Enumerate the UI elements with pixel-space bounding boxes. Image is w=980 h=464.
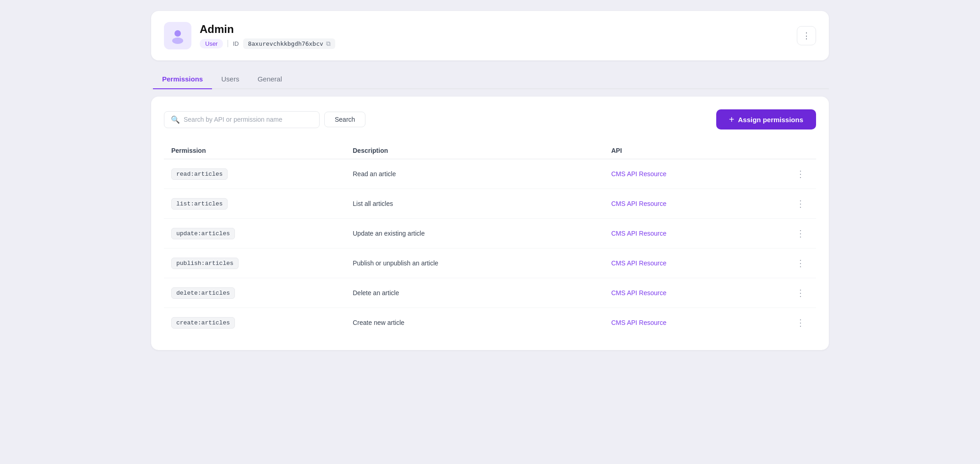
api-cell: CMS API Resource <box>604 189 785 219</box>
row-more-button[interactable]: ⋮ <box>792 167 809 181</box>
tab-users[interactable]: Users <box>212 70 248 89</box>
row-action-cell: ⋮ <box>785 248 816 278</box>
avatar-icon <box>169 27 186 44</box>
id-label: ID <box>233 40 239 47</box>
page-wrapper: Admin User ID 8axurevchkkbgdh76xbcv ⧉ ⋮ … <box>151 11 829 350</box>
permission-badge: publish:articles <box>171 258 239 269</box>
table-header: Permission Description API <box>164 142 816 159</box>
permission-cell: update:articles <box>164 219 345 248</box>
table-body: read:articles Read an article CMS API Re… <box>164 159 816 338</box>
permission-cell: publish:articles <box>164 248 345 278</box>
col-header-description: Description <box>345 142 604 159</box>
description-cell: Read an article <box>345 159 604 189</box>
copy-icon[interactable]: ⧉ <box>326 40 331 48</box>
avatar <box>164 22 191 49</box>
svg-point-0 <box>174 30 181 37</box>
search-left: 🔍 Search <box>164 111 365 128</box>
row-action-cell: ⋮ <box>785 189 816 219</box>
table-row: read:articles Read an article CMS API Re… <box>164 159 816 189</box>
admin-title: Admin <box>200 23 335 36</box>
permission-cell: delete:articles <box>164 278 345 308</box>
permission-cell: create:articles <box>164 308 345 338</box>
header-card: Admin User ID 8axurevchkkbgdh76xbcv ⧉ ⋮ <box>151 11 829 60</box>
col-header-permission: Permission <box>164 142 345 159</box>
assign-button-label: Assign permissions <box>738 116 803 124</box>
search-icon: 🔍 <box>171 115 180 124</box>
tabs-bar: Permissions Users General <box>151 70 829 89</box>
id-value: 8axurevchkkbgdh76xbcv ⧉ <box>243 38 335 49</box>
svg-point-1 <box>172 38 183 44</box>
table-row: create:articles Create new article CMS A… <box>164 308 816 338</box>
row-action-cell: ⋮ <box>785 308 816 338</box>
api-link[interactable]: CMS API Resource <box>611 170 667 178</box>
table-row: delete:articles Delete an article CMS AP… <box>164 278 816 308</box>
permission-badge: create:articles <box>171 317 235 329</box>
api-link[interactable]: CMS API Resource <box>611 319 667 326</box>
row-more-button[interactable]: ⋮ <box>792 226 809 241</box>
id-text: 8axurevchkkbgdh76xbcv <box>248 40 323 47</box>
row-action-cell: ⋮ <box>785 278 816 308</box>
tab-general[interactable]: General <box>248 70 291 89</box>
table-row: update:articles Update an existing artic… <box>164 219 816 248</box>
api-link[interactable]: CMS API Resource <box>611 289 667 297</box>
api-link[interactable]: CMS API Resource <box>611 200 667 207</box>
row-action-cell: ⋮ <box>785 219 816 248</box>
api-link[interactable]: CMS API Resource <box>611 230 667 237</box>
row-action-cell: ⋮ <box>785 159 816 189</box>
description-cell: List all articles <box>345 189 604 219</box>
assign-permissions-button[interactable]: + Assign permissions <box>716 109 816 129</box>
row-more-button[interactable]: ⋮ <box>792 256 809 270</box>
permission-cell: read:articles <box>164 159 345 189</box>
api-cell: CMS API Resource <box>604 278 785 308</box>
col-header-action <box>785 142 816 159</box>
search-button[interactable]: Search <box>324 112 365 127</box>
tab-permissions[interactable]: Permissions <box>153 70 212 89</box>
row-more-button[interactable]: ⋮ <box>792 286 809 300</box>
api-link[interactable]: CMS API Resource <box>611 259 667 267</box>
api-cell: CMS API Resource <box>604 308 785 338</box>
more-options-button[interactable]: ⋮ <box>797 26 816 45</box>
row-more-button[interactable]: ⋮ <box>792 315 809 330</box>
permission-badge: read:articles <box>171 168 228 180</box>
table-row: list:articles List all articles CMS API … <box>164 189 816 219</box>
search-input[interactable] <box>184 116 313 123</box>
permission-badge: update:articles <box>171 228 235 239</box>
api-cell: CMS API Resource <box>604 248 785 278</box>
description-cell: Publish or unpublish an article <box>345 248 604 278</box>
permissions-table: Permission Description API read:articles… <box>164 142 816 337</box>
main-content-card: 🔍 Search + Assign permissions Permission… <box>151 97 829 350</box>
header-left: Admin User ID 8axurevchkkbgdh76xbcv ⧉ <box>164 22 335 49</box>
permission-badge: delete:articles <box>171 287 235 299</box>
search-row: 🔍 Search + Assign permissions <box>164 109 816 129</box>
search-input-wrap: 🔍 <box>164 111 320 128</box>
admin-meta: User ID 8axurevchkkbgdh76xbcv ⧉ <box>200 38 335 49</box>
meta-divider <box>228 40 228 47</box>
row-more-button[interactable]: ⋮ <box>792 196 809 211</box>
permission-badge: list:articles <box>171 198 228 210</box>
api-cell: CMS API Resource <box>604 219 785 248</box>
admin-info: Admin User ID 8axurevchkkbgdh76xbcv ⧉ <box>200 23 335 49</box>
permission-cell: list:articles <box>164 189 345 219</box>
description-cell: Delete an article <box>345 278 604 308</box>
plus-icon: + <box>729 115 735 124</box>
description-cell: Create new article <box>345 308 604 338</box>
col-header-api: API <box>604 142 785 159</box>
table-row: publish:articles Publish or unpublish an… <box>164 248 816 278</box>
api-cell: CMS API Resource <box>604 159 785 189</box>
description-cell: Update an existing article <box>345 219 604 248</box>
user-badge: User <box>200 39 223 49</box>
